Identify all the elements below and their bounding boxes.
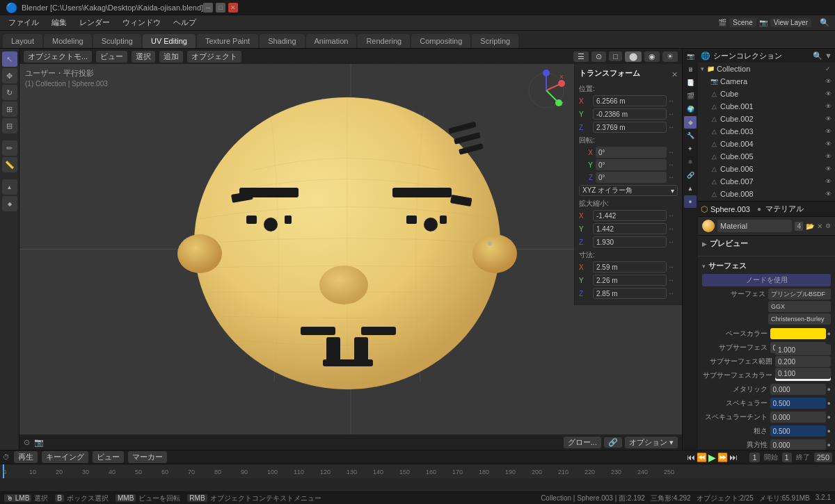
search-icon[interactable]: 🔍 (820, 18, 829, 27)
pos-x-input[interactable]: 6.2566 m (593, 95, 667, 106)
timeline-keying-btn[interactable]: キーイング (42, 451, 88, 463)
metallic-input[interactable]: 0.000 (770, 384, 826, 395)
viewport-shading-render[interactable]: ☀ (662, 51, 678, 62)
prop-icon-modifier[interactable]: 🔧 (684, 129, 697, 142)
base-color-dot[interactable]: ● (827, 330, 831, 337)
prop-icon-constraints[interactable]: 🔗 (684, 169, 697, 181)
outliner-filter[interactable]: ▼ (825, 51, 832, 60)
tool-scale[interactable]: ⊞ (2, 101, 17, 117)
dim-z-input[interactable]: 2.85 m (593, 288, 667, 299)
transform-close[interactable]: ✕ (671, 70, 678, 79)
viewport-object-mode[interactable]: オブジェクトモ... (24, 51, 92, 63)
pos-z-input[interactable]: 2.3769 m (593, 122, 667, 133)
subsurface-r2[interactable]: 0.200 (775, 356, 831, 367)
timeline-markers-btn[interactable]: マーカー (128, 451, 167, 463)
viewport-view-btn[interactable]: ビュー (96, 51, 127, 63)
metallic-dot[interactable]: ● (827, 386, 831, 393)
rot-z-input[interactable]: 0° (596, 172, 667, 183)
subsurface-r1[interactable]: 1.000 (775, 344, 831, 355)
prop-icon-material[interactable]: ● (684, 195, 697, 208)
rot-x-input[interactable]: 0° (596, 147, 667, 158)
outliner-item-cube005[interactable]: △ Cube.005 👁 (698, 150, 835, 163)
dim-x-input[interactable]: 2.59 m (593, 261, 667, 273)
timeline-view-btn[interactable]: ビュー (93, 451, 124, 463)
tab-texture-paint[interactable]: Texture Paint (197, 34, 258, 48)
prop-icon-render[interactable]: 📷 (684, 50, 697, 63)
specular-tint-dot[interactable]: ● (827, 414, 831, 421)
surface-header[interactable]: ▾ サーフェス (702, 261, 831, 271)
specular-tint-input[interactable]: 0.000 (770, 412, 826, 423)
specular-input[interactable]: 0.500 (770, 398, 826, 409)
tab-rendering[interactable]: Rendering (358, 34, 410, 48)
subsurface-r3[interactable]: 0.100 (775, 368, 831, 379)
tab-compositing[interactable]: Compositing (411, 34, 470, 48)
menu-window[interactable]: ウィンドウ (117, 16, 166, 29)
timeline-play-btn[interactable]: 再生 (14, 451, 38, 463)
anisotropic-dot[interactable]: ● (827, 441, 831, 448)
menu-file[interactable]: ファイル (3, 16, 45, 29)
footer-camera[interactable]: 📷 (34, 438, 44, 447)
outliner-item-camera[interactable]: 📷 Camera 👁 (698, 75, 835, 88)
tab-shading[interactable]: Shading (260, 34, 304, 48)
cube-visibility[interactable]: 👁 (824, 90, 832, 98)
surface-type-dropdown[interactable]: プリンシプルBSDF (768, 288, 831, 300)
roughness-dot[interactable]: ● (827, 428, 831, 434)
maximize-button[interactable]: □ (216, 3, 225, 13)
outliner-search[interactable]: 🔍 (813, 51, 822, 60)
prop-icon-particles[interactable]: ✦ (684, 143, 697, 155)
scale-y-input[interactable]: 1.442 (593, 223, 667, 234)
rot-y-input[interactable]: 0° (596, 159, 667, 170)
base-color-swatch[interactable] (770, 328, 826, 339)
tc-jump-start[interactable]: ⏮ (687, 453, 695, 462)
prop-icon-output[interactable]: 🖥 (684, 63, 697, 76)
tab-animation[interactable]: Animation (306, 34, 357, 48)
prop-icon-data[interactable]: ▲ (684, 182, 697, 195)
tab-sculpting[interactable]: Sculpting (93, 34, 141, 48)
node-use-button[interactable]: ノードを使用 (702, 274, 831, 286)
scene-name[interactable]: Scene (729, 18, 756, 27)
minimize-button[interactable]: ─ (203, 3, 213, 13)
camera-visibility[interactable]: 👁 (824, 77, 832, 86)
outliner-item-cube004[interactable]: △ Cube.004 👁 (698, 138, 835, 150)
outliner-item-cube008[interactable]: △ Cube.008 👁 (698, 188, 835, 200)
tc-jump-end[interactable]: ⏭ (729, 453, 738, 462)
prop-icon-scene[interactable]: 🎬 (684, 90, 697, 102)
specular-dot[interactable]: ● (827, 400, 831, 407)
visibility-icon[interactable]: ✓ (824, 65, 832, 73)
viewport-gizmo-toggle[interactable]: ☰ (573, 51, 589, 62)
roughness-input[interactable]: 0.500 (770, 425, 826, 437)
tool-extra1[interactable]: ▲ (2, 179, 17, 195)
tc-play-pause[interactable]: ▶ (708, 452, 716, 463)
viewport-add-btn[interactable]: 追加 (159, 51, 183, 63)
viewport-select-btn[interactable]: 選択 (132, 51, 155, 63)
scale-x-input[interactable]: -1.442 (593, 210, 667, 221)
outliner-item-cube003[interactable]: △ Cube.003 👁 (698, 125, 835, 138)
pos-y-input[interactable]: -0.2386 m (593, 108, 667, 120)
tool-transform[interactable]: ⊟ (2, 118, 17, 133)
menu-render[interactable]: レンダー (74, 16, 116, 29)
scale-z-input[interactable]: 1.930 (593, 236, 667, 247)
tool-measure[interactable]: 📏 (2, 157, 17, 172)
viewport[interactable]: オブジェクトモ... ビュー 選択 追加 オブジェクト ☰ ⊙ □ ⬤ ◉ ☀ … (19, 49, 682, 450)
outliner-item-collection[interactable]: ▾ 📁 Collection ✓ (698, 63, 835, 75)
frame-start-input[interactable]: 1 (782, 453, 792, 462)
material-settings[interactable]: ⚙ (825, 222, 831, 229)
preview-header[interactable]: ▶ プレビュー (702, 238, 831, 249)
tool-rotate[interactable]: ↻ (2, 85, 17, 100)
tool-extra2[interactable]: ◆ (2, 196, 17, 211)
footer-link-btn[interactable]: 🔗 (604, 437, 622, 448)
viewport-overlay-toggle[interactable]: ⊙ (591, 51, 606, 62)
close-button[interactable]: ✕ (228, 3, 238, 13)
tab-scripting[interactable]: Scripting (472, 34, 518, 48)
tool-cursor[interactable]: ↖ (2, 51, 17, 67)
outliner-item-cube002[interactable]: △ Cube.002 👁 (698, 113, 835, 125)
nav-gizmo[interactable]: X Y Z (525, 70, 567, 111)
tab-modeling[interactable]: Modeling (44, 34, 92, 48)
outliner-item-cube006[interactable]: △ Cube.006 👁 (698, 163, 835, 175)
anisotropic-input[interactable]: 0.000 (770, 439, 826, 450)
ggx-dropdown[interactable]: GGX (768, 301, 831, 312)
viewport-shading-wire[interactable]: □ (609, 51, 622, 61)
frame-number-input[interactable]: 1 (749, 453, 759, 462)
material-name-input[interactable]: Material (717, 220, 792, 232)
menu-help[interactable]: ヘルプ (168, 16, 202, 29)
